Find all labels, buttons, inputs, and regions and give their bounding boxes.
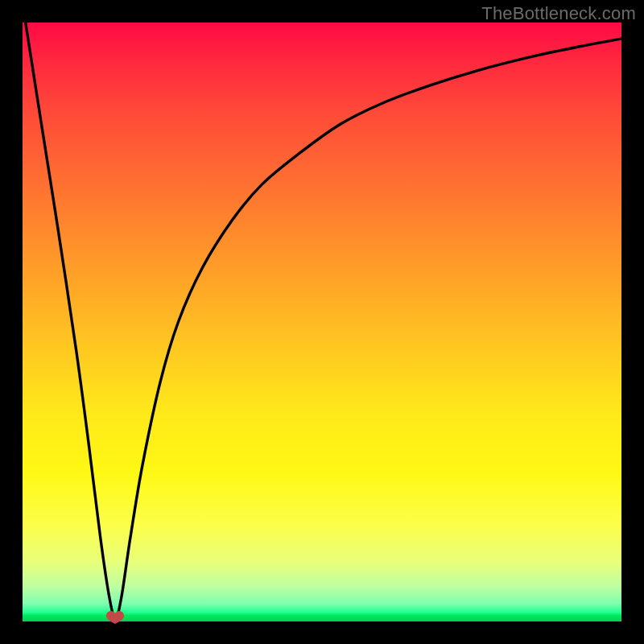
plot-area (23, 23, 621, 621)
watermark-text: TheBottleneck.com (481, 3, 636, 24)
chart-frame: TheBottleneck.com (0, 0, 644, 644)
bottleneck-curve (23, 23, 621, 621)
